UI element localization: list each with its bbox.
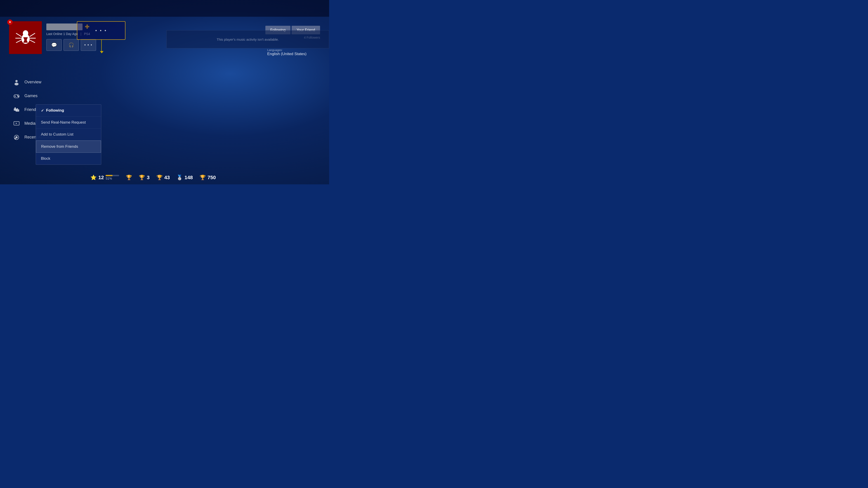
dropdown-item-label-remove: Remove from Friends bbox=[41, 144, 78, 149]
dropdown-item-label-custom: Add to Custom List bbox=[41, 132, 73, 137]
svg-point-18 bbox=[14, 107, 16, 109]
sidebar-item-overview[interactable]: Overview bbox=[9, 75, 77, 89]
language-label: Languages: bbox=[267, 48, 307, 52]
languages-section: Languages: English (United States) bbox=[267, 48, 307, 56]
checkmark-icon: ✓ bbox=[41, 108, 44, 113]
dropdown-item-real-name[interactable]: Send Real-Name Request bbox=[36, 117, 101, 129]
silver2-count: 148 bbox=[184, 175, 193, 181]
dropdown-item-remove[interactable]: Remove from Friends bbox=[36, 140, 101, 153]
silver-count: 3 bbox=[147, 175, 149, 181]
svg-line-2 bbox=[16, 33, 22, 37]
connector-arrow bbox=[100, 51, 103, 53]
dots-button-highlighted[interactable]: • • • bbox=[77, 21, 125, 40]
level-bar bbox=[105, 175, 119, 176]
dropdown-item-block[interactable]: Block bbox=[36, 153, 101, 164]
more-actions-button[interactable]: • • • bbox=[81, 39, 96, 51]
avatar-container: ✕ bbox=[9, 21, 42, 54]
platinum-trophy-icon: 🏆 bbox=[126, 175, 132, 181]
connector-line bbox=[101, 39, 102, 52]
dropdown-item-custom-list[interactable]: Add to Custom List bbox=[36, 129, 101, 140]
svg-point-14 bbox=[17, 95, 18, 96]
svg-point-1 bbox=[23, 30, 28, 36]
dropdown-item-label-following: Following bbox=[46, 108, 64, 113]
svg-point-24 bbox=[14, 138, 16, 139]
voice-button[interactable]: 🎧 bbox=[64, 39, 79, 51]
close-icon[interactable]: ✕ bbox=[7, 20, 13, 25]
dropdown-item-following[interactable]: ✓ Following bbox=[36, 105, 101, 117]
silver-item: 🏆 3 bbox=[139, 175, 149, 181]
platinum-item: 🏆 bbox=[126, 175, 132, 181]
person-icon bbox=[12, 78, 20, 86]
headset-icon: 🎧 bbox=[68, 42, 74, 48]
dropdown-item-label-block: Block bbox=[41, 156, 51, 161]
trophy-bar: ⭐ 12 51% 🏆 🏆 3 🏆 43 🥈 148 🏆 7 bbox=[86, 171, 329, 184]
dropdown-item-label-realname: Send Real-Name Request bbox=[41, 120, 86, 125]
svg-line-4 bbox=[16, 40, 22, 43]
community-icon bbox=[12, 106, 20, 113]
silver2-trophy-icon: 🥈 bbox=[177, 175, 183, 181]
svg-point-9 bbox=[16, 80, 18, 82]
svg-point-19 bbox=[17, 108, 18, 109]
dropdown-menu: ✓ Following Send Real-Name Request Add t… bbox=[36, 104, 101, 165]
dots-button-text: • • • bbox=[95, 28, 107, 33]
media-icon bbox=[12, 120, 20, 127]
sidebar-item-games[interactable]: Games bbox=[9, 89, 77, 103]
dots-icon: • • • bbox=[84, 43, 92, 47]
top-bar bbox=[0, 0, 329, 17]
gold-trophy-icon: 🏆 bbox=[156, 175, 162, 181]
music-message-text: This player's music activity isn't avail… bbox=[217, 37, 279, 41]
sidebar-item-label-games: Games bbox=[24, 94, 37, 98]
avatar bbox=[9, 21, 42, 54]
level-item: ⭐ 12 51% bbox=[90, 175, 119, 181]
level-number: 12 bbox=[98, 175, 104, 181]
message-button[interactable]: 💬 bbox=[46, 39, 62, 51]
gold-count: 43 bbox=[164, 175, 170, 181]
bronze-count: 750 bbox=[208, 175, 216, 181]
svg-point-23 bbox=[16, 136, 18, 138]
sidebar-item-label-overview: Overview bbox=[24, 80, 41, 85]
language-value: English (United States) bbox=[267, 52, 307, 56]
level-bar-fill bbox=[105, 175, 113, 176]
level-percentage: 51% bbox=[105, 177, 119, 180]
svg-rect-17 bbox=[16, 109, 19, 111]
main-content: ✕ ✚ Last Online 1 Day Ago | PS4 💬 🎧 bbox=[0, 17, 329, 184]
sidebar-item-label-media: Media bbox=[24, 121, 35, 126]
level-star-icon: ⭐ bbox=[90, 175, 96, 181]
gamepad-icon bbox=[12, 92, 20, 100]
last-online-text: Last Online 1 Day Ago bbox=[46, 32, 78, 36]
message-icon: 💬 bbox=[51, 42, 57, 48]
svg-point-15 bbox=[18, 96, 19, 97]
activity-icon bbox=[12, 133, 20, 141]
silver-trophy-icon: 🏆 bbox=[139, 175, 145, 181]
bronze-trophy-icon: 🏆 bbox=[199, 175, 206, 181]
music-message: This player's music activity isn't avail… bbox=[166, 30, 329, 48]
silver2-item: 🥈 148 bbox=[177, 175, 193, 181]
bronze-item: 🏆 750 bbox=[199, 175, 216, 181]
avatar-image bbox=[14, 26, 37, 49]
svg-line-5 bbox=[30, 33, 35, 37]
gold-item: 🏆 43 bbox=[156, 175, 170, 181]
svg-marker-21 bbox=[16, 123, 17, 124]
svg-line-7 bbox=[30, 40, 35, 43]
svg-point-10 bbox=[14, 83, 19, 86]
